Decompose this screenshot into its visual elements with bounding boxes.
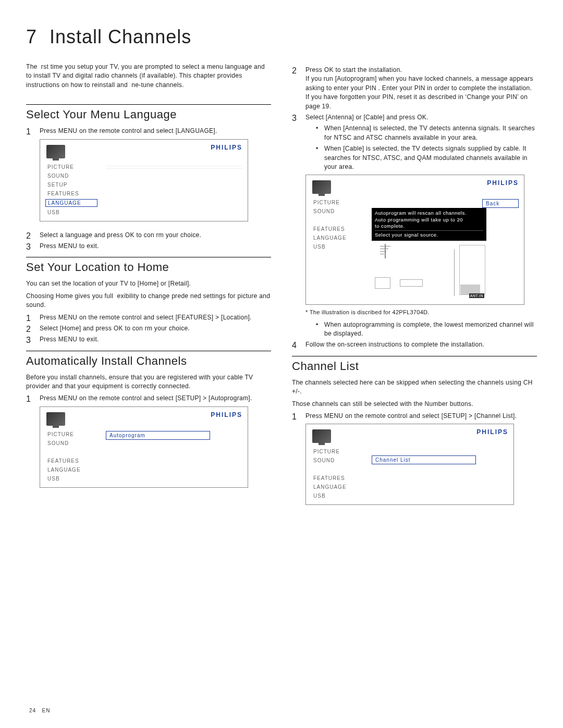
section-menu-language: Select Your Menu Language (26, 104, 271, 121)
step-text: Press MENU on the remote control and sel… (26, 313, 271, 322)
wall-socket-icon (375, 277, 390, 289)
body-text: Before you install channels, ensure that… (26, 373, 271, 391)
body-text: The channels selected here can be skippe… (292, 378, 537, 397)
brand-logo: PHILIPS (211, 411, 242, 418)
step-text: Follow the on-screen instructions to com… (292, 340, 537, 349)
step-text: Press MENU on the remote control and sel… (292, 412, 537, 421)
osd-item: SETUP (45, 181, 97, 188)
osd-item (45, 449, 97, 455)
osd-signal-source: PHILIPS PICTURE SOUND FEATURES LANGUAGE … (305, 175, 524, 304)
section-auto-install: Automatically Install Channels (26, 351, 271, 368)
osd-item: USB (45, 475, 97, 482)
osd-item: FEATURES (311, 475, 363, 482)
chapter-number: 7 (26, 26, 37, 48)
osd-item: PICTURE (45, 431, 97, 438)
brand-logo: PHILIPS (487, 179, 519, 187)
body-text: Those channels can still be selected wit… (292, 400, 537, 409)
page-footer: 24 EN (29, 708, 50, 713)
bullet-text: When autoprogramming is complete, the lo… (316, 320, 537, 339)
step-text: Press MENU to exit. (26, 242, 271, 251)
cable-box-icon (400, 279, 423, 287)
osd-item: LANGUAGE (311, 484, 363, 490)
step-text: Select [Home] and press OK to con rm you… (26, 324, 271, 333)
osd-channel-list: PHILIPS PICTURE SOUND FEATURES LANGUAGE … (305, 424, 514, 505)
osd-info-panel: Autoprogram will rescan all channels. Au… (372, 208, 486, 240)
connection-diagram: ANT.IN (372, 242, 486, 299)
step-text: Press MENU on the remote control and sel… (26, 127, 271, 135)
tv-icon (312, 429, 331, 443)
step-text: Press MENU on the remote control and sel… (26, 394, 271, 403)
chapter-title: Install Channels (50, 26, 191, 48)
ant-in-label: ANT.IN (469, 293, 484, 298)
osd-item: SOUND (45, 440, 97, 447)
step-text: Press OK to start the installation. If y… (292, 66, 537, 111)
osd-item: SOUND (311, 208, 363, 215)
body-text: You can set the location of your TV to [… (26, 279, 271, 288)
section-channel-list: Channel List (292, 356, 537, 373)
section-location: Set Your Location to Home (26, 257, 271, 274)
osd-item: PICTURE (45, 164, 97, 170)
tv-icon (312, 180, 331, 194)
osd-item: PICTURE (311, 199, 363, 206)
osd-item: SOUND (311, 457, 363, 464)
osd-item (311, 217, 363, 224)
step-text: Select [Antenna] or [Cable] and press OK… (292, 113, 537, 171)
osd-item-selected: LANGUAGE (45, 199, 97, 207)
brand-logo: PHILIPS (476, 428, 508, 436)
osd-autoprogram: PHILIPS PICTURE SOUND FEATURES LANGUAGE … (40, 406, 248, 488)
osd-item: FEATURES (311, 226, 363, 232)
osd-item: FEATURES (45, 190, 97, 197)
osd-item: USB (311, 492, 363, 499)
osd-item: PICTURE (311, 448, 363, 455)
osd-item: LANGUAGE (45, 466, 97, 473)
chapter-heading: 7 Install Channels (26, 26, 537, 48)
osd-selection-channel-list: Channel List (372, 455, 476, 464)
tv-icon (46, 412, 65, 426)
osd-item: USB (45, 209, 97, 216)
osd-item: USB (311, 243, 363, 250)
step-text: Select a language and press OK to con rm… (26, 231, 271, 240)
step-text: Press MENU to exit. (26, 335, 271, 344)
bullet-text: When [Cable] is selected, the TV detects… (316, 144, 537, 171)
osd-item (311, 466, 363, 473)
bullet-text: When [Antenna] is selected, the TV detec… (316, 124, 537, 142)
osd-item: SOUND (45, 172, 97, 179)
osd-menu-language: PHILIPS PICTURE SOUND SETUP FEATURES LAN… (40, 139, 248, 221)
brand-logo: PHILIPS (211, 144, 242, 151)
osd-item: FEATURES (45, 458, 97, 464)
osd-item: LANGUAGE (311, 235, 363, 241)
tv-back-panel-icon (459, 245, 485, 295)
antenna-icon (378, 244, 393, 261)
osd-selection-autoprogram: Autoprogram (106, 431, 210, 440)
osd-back: Back (482, 199, 519, 208)
intro-text: The rst time you setup your TV, you are … (26, 63, 271, 90)
footnote-text: * The illustration is discribed for 42PF… (305, 309, 537, 315)
body-text: Choosing Home gives you full exibility t… (26, 292, 271, 310)
tv-icon (46, 145, 65, 158)
